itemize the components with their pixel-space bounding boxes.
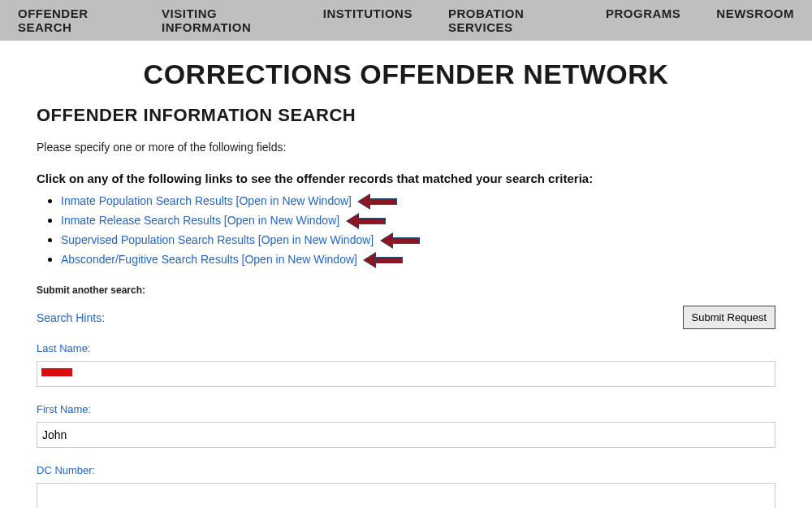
nav-programs[interactable]: PROGRAMS: [588, 7, 698, 34]
submit-another-label: Submit another search:: [37, 284, 775, 296]
nav-offender-search[interactable]: OFFENDER SEARCH: [0, 7, 144, 34]
main-navbar: OFFENDER SEARCH VISITING INFORMATION INS…: [0, 0, 812, 41]
sub-title: OFFENDER INFORMATION SEARCH: [37, 105, 775, 126]
page-title: CORRECTIONS OFFENDER NETWORK: [37, 59, 775, 90]
dc-number-label: DC Number:: [37, 464, 775, 476]
submit-request-button[interactable]: Submit Request: [683, 306, 776, 329]
inmate-release-link[interactable]: Inmate Release Search Results [Open in N…: [61, 214, 339, 227]
last-name-label: Last Name:: [37, 342, 775, 354]
results-list: Inmate Population Search Results [Open i…: [61, 193, 775, 267]
nav-institutions[interactable]: INSTITUTIONS: [305, 7, 430, 34]
dc-number-input[interactable]: [37, 483, 775, 508]
nav-visiting-information[interactable]: VISITING INFORMATION: [144, 7, 305, 34]
supervised-population-link[interactable]: Supervised Population Search Results [Op…: [61, 233, 374, 246]
list-item: Inmate Population Search Results [Open i…: [61, 193, 775, 208]
intro-text: Please specify one or more of the follow…: [37, 141, 775, 154]
absconder-fugitive-link[interactable]: Absconder/Fugitive Search Results [Open …: [61, 253, 357, 266]
arrow-annotation-icon: [381, 235, 420, 246]
list-item: Supervised Population Search Results [Op…: [61, 232, 775, 247]
last-name-input[interactable]: [37, 361, 775, 387]
nav-newsroom[interactable]: NEWSROOM: [698, 7, 812, 34]
criteria-heading: Click on any of the following links to s…: [37, 172, 775, 185]
nav-probation-services[interactable]: PROBATION SERVICES: [430, 7, 588, 34]
arrow-annotation-icon: [358, 196, 397, 207]
arrow-annotation-icon: [347, 215, 386, 227]
inmate-population-link[interactable]: Inmate Population Search Results [Open i…: [61, 194, 352, 207]
first-name-label: First Name:: [37, 403, 775, 415]
search-form: Submit Request Search Hints: Last Name: …: [37, 310, 775, 508]
first-name-input[interactable]: [37, 422, 775, 448]
arrow-annotation-icon: [364, 254, 403, 266]
search-hints-link[interactable]: Search Hints:: [37, 311, 105, 324]
list-item: Absconder/Fugitive Search Results [Open …: [61, 252, 775, 267]
list-item: Inmate Release Search Results [Open in N…: [61, 213, 775, 228]
